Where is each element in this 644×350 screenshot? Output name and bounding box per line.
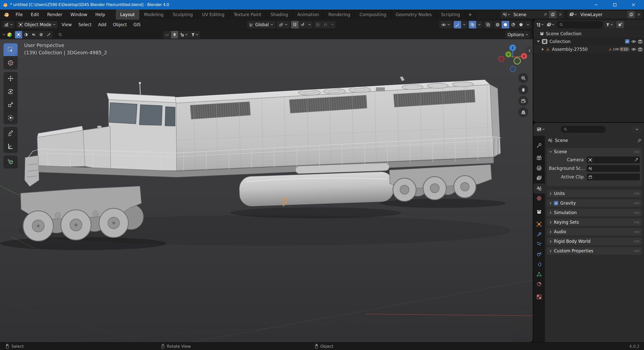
mode-selector[interactable]: Object Mode [16,21,58,28]
panel-grip-handle[interactable] [634,202,639,204]
panel-simulation[interactable]: Simulation [547,209,642,216]
transform-orientation-selector[interactable]: Global [247,21,275,28]
tab-shading[interactable]: Shading [266,10,293,20]
shading-material-button[interactable] [509,21,517,28]
panel-grip-handle[interactable] [634,231,639,233]
tool-move[interactable] [4,72,18,85]
tab-modifiers[interactable] [533,229,545,240]
panel-grip-handle[interactable] [634,240,639,243]
select-mode-intersect-button[interactable] [45,31,52,38]
falloff-arc-button[interactable] [163,31,171,38]
collection-checkbox[interactable] [625,39,629,44]
outliner-search-field[interactable] [556,21,603,28]
expand-caret-icon[interactable] [542,48,544,51]
zoom-view-button[interactable] [518,73,528,83]
filter-button[interactable] [189,31,200,38]
bookmark-toggle[interactable] [171,31,178,38]
tab-geometry-nodes[interactable]: Geometry Nodes [391,10,436,20]
viewport-menu-object[interactable]: Object [110,21,129,28]
tab-texture-paint[interactable]: Texture Paint [229,10,266,20]
menu-help[interactable]: Help [91,10,109,20]
hide-eye-icon[interactable] [631,39,636,44]
tool-search-input[interactable] [64,32,157,37]
tool-cursor[interactable] [4,56,18,69]
snap-target-button[interactable] [299,21,307,28]
viewport-menu-view[interactable]: View [59,21,74,28]
perspective-toggle-button[interactable] [518,107,528,117]
tool-search-field[interactable] [55,31,160,38]
3d-scene[interactable] [0,39,533,342]
properties-search-input[interactable] [569,127,602,132]
tab-compositing[interactable]: Compositing [355,10,391,20]
proportional-falloff-button[interactable] [322,21,330,28]
delete-viewlayer-button[interactable] [635,11,642,18]
shading-rendered-button[interactable] [517,21,525,28]
background-scene-field[interactable] [587,165,640,172]
outliner-row-collection[interactable]: Collection [533,37,644,45]
viewlayer-name[interactable]: ViewLayer [578,12,627,17]
panel-custom-properties[interactable]: Custom Properties [547,247,642,255]
properties-editor-type-button[interactable] [536,127,546,132]
outliner-editor-type-button[interactable] [535,23,545,27]
hier-display-button[interactable] [178,31,189,38]
snap-options-button[interactable] [307,21,312,28]
menu-file[interactable]: File [12,10,27,20]
show-object-types-button[interactable] [439,21,452,28]
scene-browse-button[interactable] [501,11,511,18]
tab-constraints[interactable] [533,259,545,269]
eyedropper-icon[interactable] [634,158,638,162]
tab-animation[interactable]: Animation [293,10,324,20]
locomotive-model[interactable] [0,76,511,250]
new-collection-button[interactable] [616,21,624,28]
tab-sculpting[interactable]: Sculpting [168,10,197,20]
new-viewlayer-button[interactable] [627,11,635,18]
outliner-search-input[interactable] [565,22,600,27]
select-mode-invert-button[interactable] [37,31,45,38]
tool-transform[interactable] [4,111,18,124]
tab-modeling[interactable]: Modeling [140,10,168,20]
axis-neg-z[interactable] [510,66,516,72]
tool-annotate[interactable] [4,127,18,140]
tool-rotate[interactable] [4,85,18,98]
hide-eye-icon[interactable] [631,47,636,52]
select-mode-extend-button[interactable] [22,31,30,38]
collapse-tool-settings-icon[interactable] [3,34,5,35]
shading-wireframe-button[interactable] [494,21,502,28]
axis-neg-x[interactable] [499,56,504,62]
tab-view-layer[interactable] [533,173,545,183]
gizmo-toggle[interactable] [454,21,461,28]
properties-search-field[interactable] [561,126,606,133]
window-titlebar[interactable]: * untitled [C:\Users\Z590-E\Desktop\SD45… [0,0,644,10]
expand-caret-icon[interactable] [537,41,540,43]
shading-options-button[interactable] [525,21,531,28]
gizmo-options-button[interactable] [461,21,467,28]
panel-grip-handle[interactable] [634,192,639,195]
panel-keying-sets[interactable]: Keying Sets [547,218,642,226]
tab-output[interactable] [533,163,545,173]
panel-grip-handle[interactable] [634,250,639,252]
tab-texture[interactable] [533,292,545,302]
navigation-gizmo[interactable]: Z Y X [493,42,532,77]
pan-view-button[interactable] [518,85,528,95]
disable-render-camera-icon[interactable] [638,39,642,44]
viewport-menu-select[interactable]: Select [76,21,94,28]
add-workspace-button[interactable]: + [465,10,476,20]
outliner-row-scene-collection[interactable]: Scene Collection [533,30,644,37]
tab-object-data[interactable] [533,269,545,279]
overlays-options-button[interactable] [476,21,482,28]
viewport-menu-gis[interactable]: GIS [131,21,143,28]
tool-measure[interactable] [4,140,18,153]
tab-scripting[interactable]: Scripting [436,10,465,20]
viewlayer-browse-button[interactable] [568,11,578,18]
camera-view-button[interactable] [518,96,528,106]
select-mode-subtract-button[interactable] [30,31,37,38]
shading-solid-button[interactable] [502,21,509,28]
tab-scene[interactable] [533,183,545,193]
scene-panel-header[interactable]: Scene [547,148,642,155]
tool-add-cube[interactable] [4,155,18,169]
panel-grip-handle[interactable] [634,221,639,223]
overlays-toggle[interactable] [469,21,476,28]
tool-scale[interactable] [4,98,18,111]
axis-neg-y[interactable] [514,58,520,64]
outliner-display-mode-button[interactable] [546,23,555,27]
